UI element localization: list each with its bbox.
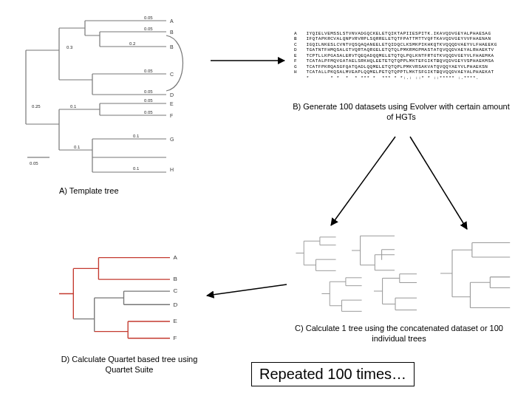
svg-text:0.05: 0.05 [144, 69, 153, 73]
svg-text:A: A [170, 18, 174, 24]
svg-text:G: G [170, 137, 174, 142]
svg-text:0.1: 0.1 [133, 166, 140, 171]
svg-text:0.05: 0.05 [144, 98, 153, 103]
svg-text:0.1: 0.1 [133, 134, 140, 138]
svg-line-31 [331, 137, 395, 225]
svg-text:0.25: 0.25 [32, 104, 41, 109]
mini-tree-4 [369, 270, 421, 313]
svg-text:B: B [174, 276, 177, 282]
quartet-tree: AB CD EF [52, 248, 196, 340]
svg-text:E: E [174, 318, 177, 324]
svg-text:0.2: 0.2 [129, 41, 136, 46]
label-b: B) Generate 100 datasets using Evolver w… [292, 102, 511, 123]
label-c: C) Calculate 1 tree using the concatenat… [288, 324, 510, 344]
label-a: A) Template tree [59, 186, 148, 197]
svg-text:0.1: 0.1 [70, 104, 77, 109]
svg-text:C: C [170, 72, 174, 77]
svg-text:0.3: 0.3 [66, 45, 73, 50]
svg-text:D: D [170, 92, 174, 98]
mini-tree-5 [436, 236, 517, 310]
svg-text:E: E [170, 101, 174, 106]
svg-text:D: D [174, 301, 178, 308]
mini-tree-3 [347, 229, 399, 272]
svg-text:B: B [170, 44, 174, 50]
svg-line-33 [207, 284, 287, 296]
alignment-block: A IYQIELVEMSSLSTVNVADGQCKELETQIKTAPIIESP… [294, 25, 517, 81]
svg-text:0.05: 0.05 [30, 161, 38, 166]
svg-text:0.05: 0.05 [144, 16, 153, 20]
mini-tree-1 [292, 233, 340, 273]
svg-text:C: C [174, 287, 178, 294]
svg-text:0.05: 0.05 [144, 89, 153, 94]
mini-tree-2 [318, 273, 366, 314]
label-d: D) Calculate Quartet based tree using Qu… [52, 355, 207, 375]
svg-text:F: F [174, 335, 177, 340]
svg-text:F: F [170, 113, 173, 118]
svg-text:0.05: 0.05 [144, 27, 153, 31]
svg-line-32 [410, 137, 467, 229]
svg-text:A: A [174, 254, 178, 261]
svg-text:B: B [170, 30, 174, 35]
svg-text:0.05: 0.05 [144, 110, 153, 115]
svg-text:0.1: 0.1 [74, 145, 81, 149]
repeated-box: Repeated 100 times… [251, 362, 415, 386]
svg-text:H: H [170, 167, 174, 172]
template-tree: A B B C D E F G H 0.05 0.3 0.05 0.2 0.05… [18, 13, 211, 183]
